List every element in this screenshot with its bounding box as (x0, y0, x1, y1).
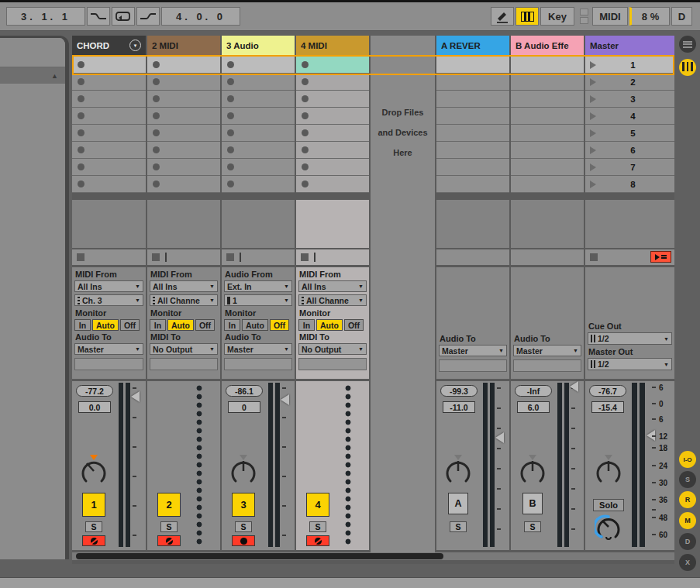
clip-slot[interactable] (147, 57, 220, 74)
drop-zone[interactable]: Drop Files and Devices Here (371, 36, 435, 560)
clip-slot[interactable] (222, 91, 295, 108)
scene-row[interactable]: 8 (585, 176, 674, 193)
scene-row[interactable]: 7 (585, 159, 674, 176)
peak-level-display[interactable]: -77.2 (76, 385, 113, 397)
horizontal-scrollbar[interactable] (72, 552, 674, 560)
return-slot[interactable] (436, 57, 509, 74)
clip-slot[interactable] (147, 142, 220, 159)
monitor-auto-button[interactable]: Auto (316, 319, 343, 331)
clip-slot[interactable] (222, 74, 295, 91)
track-status-row[interactable] (147, 249, 220, 265)
clip-slot[interactable] (222, 57, 295, 74)
volume-field[interactable]: 0.0 (78, 401, 111, 413)
pan-knob[interactable] (228, 457, 259, 487)
scene-play-icon[interactable] (590, 61, 596, 69)
solo-button[interactable]: S (524, 521, 541, 532)
input-channel-select[interactable]: All Channe▼ (298, 294, 367, 306)
volume-field[interactable]: -11.0 (443, 401, 475, 413)
left-panel-subheader[interactable]: ▲ (0, 67, 65, 84)
clip-slot[interactable] (147, 176, 220, 193)
cpu-load-meter[interactable]: 8 % (629, 7, 670, 26)
clip-slot[interactable] (147, 91, 220, 108)
peak-level-display[interactable]: -99.3 (440, 385, 478, 397)
return-slot[interactable] (436, 142, 509, 159)
clip-slot[interactable] (296, 159, 369, 176)
volume-field[interactable]: 6.0 (517, 401, 550, 413)
return-activator-button[interactable]: A (448, 493, 468, 514)
clip-slot[interactable] (222, 142, 295, 159)
punch-in-button[interactable] (87, 7, 110, 26)
output-type-select[interactable]: No Output▼ (150, 343, 218, 355)
back-to-arrangement-button[interactable] (650, 251, 671, 263)
scene-play-icon[interactable] (590, 78, 596, 86)
clip-slot[interactable] (296, 108, 369, 125)
monitor-off-button[interactable]: Off (120, 319, 140, 331)
peak-level-display[interactable]: -Inf (515, 385, 552, 397)
track-status-row[interactable] (222, 249, 295, 265)
clip-slot[interactable] (147, 74, 220, 91)
clip-slot[interactable] (147, 108, 220, 125)
arm-record-button[interactable] (82, 535, 105, 546)
solo-button[interactable]: S (160, 521, 178, 532)
clip-slot[interactable] (72, 74, 146, 91)
clip-slot[interactable] (296, 125, 369, 142)
track-header-4[interactable]: 4 MIDI (296, 36, 369, 55)
clip-grid-toggle-button[interactable] (679, 59, 696, 76)
scene-play-icon[interactable] (590, 112, 596, 120)
monitor-auto-button[interactable]: Auto (167, 319, 194, 331)
solo-button[interactable]: S (450, 521, 467, 532)
return-slot[interactable] (511, 91, 584, 108)
clip-slot[interactable] (222, 176, 295, 193)
pan-knob[interactable] (517, 457, 548, 487)
pan-knob[interactable] (593, 457, 624, 487)
disk-overload-indicator[interactable]: D (671, 7, 692, 26)
track-status-row[interactable] (72, 249, 146, 265)
cue-volume-knob[interactable] (595, 514, 622, 542)
track-activator-button[interactable]: 2 (157, 493, 181, 517)
loop-length-field[interactable]: 4. 0. 0 (161, 7, 240, 26)
scene-row[interactable]: 5 (585, 125, 674, 142)
clip-slot[interactable] (222, 159, 295, 176)
output-type-select[interactable]: Master▼ (439, 345, 507, 356)
show-returns-button[interactable]: R (679, 491, 696, 508)
return-slot[interactable] (436, 108, 509, 125)
return-slot[interactable] (436, 159, 509, 176)
clip-slot[interactable] (296, 176, 369, 193)
output-type-select[interactable]: Master▼ (74, 343, 143, 355)
clip-slot[interactable] (72, 91, 146, 108)
return-slot[interactable] (511, 159, 584, 176)
volume-field[interactable]: 0 (228, 401, 260, 413)
scene-play-icon[interactable] (590, 163, 596, 171)
monitor-off-button[interactable]: Off (344, 319, 364, 331)
cue-out-select[interactable]: 1/2▼ (588, 332, 672, 345)
scene-row[interactable]: 2 (585, 74, 674, 91)
input-channel-select[interactable]: All Channe▼ (150, 294, 218, 306)
show-track-delay-button[interactable]: D (679, 533, 696, 550)
track-activator-button[interactable]: 4 (306, 493, 329, 517)
pan-knob[interactable] (443, 457, 474, 487)
arm-record-button[interactable] (232, 535, 255, 546)
return-header-b[interactable]: B Audio Effe (511, 36, 584, 55)
clip-slot[interactable] (72, 57, 146, 74)
scrollbar-thumb[interactable] (76, 553, 443, 559)
track-header-1[interactable]: CHORD ▼ (72, 36, 146, 55)
solo-button[interactable]: S (235, 521, 252, 532)
computer-midi-keyboard-button[interactable] (516, 7, 539, 26)
clip-slot[interactable] (296, 91, 369, 108)
monitor-in-button[interactable]: In (224, 319, 240, 331)
return-slot[interactable] (511, 176, 584, 193)
monitor-auto-button[interactable]: Auto (242, 319, 268, 331)
draw-mode-button[interactable] (491, 7, 514, 26)
show-sends-button[interactable]: S (679, 471, 696, 488)
loop-start-field[interactable]: 3. 1. 1 (6, 7, 85, 26)
return-slot[interactable] (511, 74, 584, 91)
scene-play-icon[interactable] (590, 129, 596, 137)
solo-button[interactable]: S (309, 521, 326, 532)
return-slot[interactable] (436, 91, 509, 108)
arm-record-button[interactable] (157, 535, 181, 546)
volume-fader[interactable] (570, 381, 578, 392)
clip-slot[interactable] (72, 176, 146, 193)
clip-slot[interactable] (72, 159, 146, 176)
clip-slot[interactable] (147, 125, 220, 142)
clip-slot-selected[interactable] (296, 57, 369, 74)
